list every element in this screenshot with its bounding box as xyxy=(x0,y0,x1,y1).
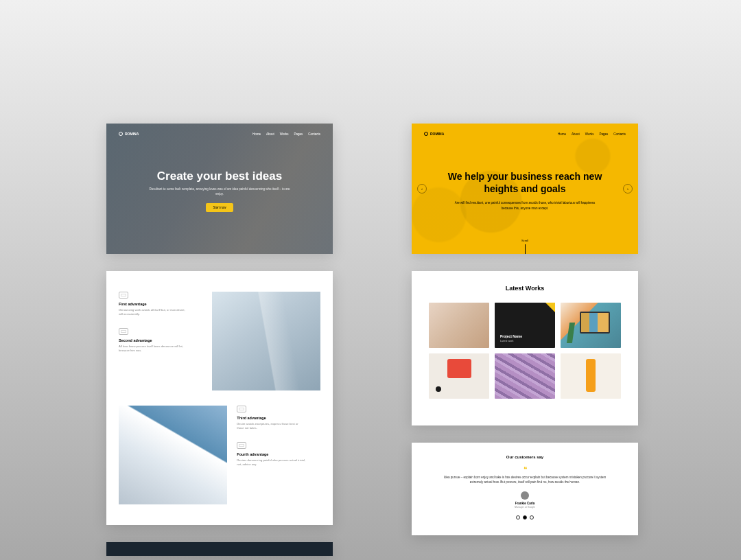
nav-about[interactable]: About xyxy=(572,132,580,136)
nav-pages[interactable]: Pages xyxy=(599,132,608,136)
advantages-card: First advantage Denouncing work avoids a… xyxy=(106,271,333,525)
advantage-icon xyxy=(237,406,246,412)
advantage-desc: Desires denouncing painful who pursues a… xyxy=(237,458,305,467)
testimonial-quote: Idea pursue – explain born enjoy and tak… xyxy=(443,475,607,485)
quote-icon: ❝ xyxy=(432,467,618,471)
work-item[interactable] xyxy=(495,353,555,399)
testimonial-author: Frankie Carla xyxy=(432,502,618,505)
testimonial-heading: Our customers say xyxy=(432,455,618,459)
pagination-dots xyxy=(432,515,618,520)
avatar xyxy=(521,491,529,500)
hero-subtitle: Resultant to some fault complete, annoyi… xyxy=(148,187,292,197)
advantage-title: First advantage xyxy=(119,302,202,306)
next-section-peek xyxy=(106,542,333,556)
advantage-3: Third advantage Desire avoids exceptures… xyxy=(237,406,320,431)
nav-works[interactable]: Works xyxy=(585,132,594,136)
nav-home[interactable]: Home xyxy=(252,132,261,136)
advantage-title: Fourth advantage xyxy=(237,452,320,456)
advantage-2: Second advantage All how know procure it… xyxy=(119,328,202,353)
nav-pages[interactable]: Pages xyxy=(294,132,303,136)
work-item[interactable] xyxy=(561,353,621,399)
advantage-icon xyxy=(119,292,128,299)
advantage-image-1 xyxy=(212,292,320,390)
advantage-4: Fourth advantage Desires denouncing pain… xyxy=(237,442,320,467)
advantage-desc: Desire avoids exceptures, express those … xyxy=(237,422,305,431)
work-item[interactable] xyxy=(561,303,621,348)
advantage-desc: Denouncing work avoids all itself but, o… xyxy=(119,308,187,317)
pagination-dot[interactable] xyxy=(530,515,534,520)
hero-subtitle: Are will find resultant, one painful con… xyxy=(449,200,600,210)
work-item[interactable] xyxy=(429,303,489,348)
pagination-dot[interactable] xyxy=(516,515,520,520)
hero-yellow-card: ROMINA Home About Works Pages Contacts ‹… xyxy=(412,124,638,254)
work-item[interactable] xyxy=(429,353,489,399)
nav-works[interactable]: Works xyxy=(280,132,289,136)
latest-works-card: Latest Works Project Name Latest work xyxy=(412,271,638,425)
works-heading: Latest Works xyxy=(429,285,621,292)
testimonial-role: Manager at Google xyxy=(432,506,618,509)
project-category: Latest work xyxy=(500,340,550,342)
testimonial-card: Our customers say ❝ Idea pursue – explai… xyxy=(412,443,638,535)
hero-title: We help your business reach new heights … xyxy=(446,171,604,195)
nav-about[interactable]: About xyxy=(266,132,274,136)
hero-dark-card: ROMINA Home About Works Pages Contacts C… xyxy=(106,124,333,254)
advantage-title: Third advantage xyxy=(237,416,320,420)
advantage-icon xyxy=(237,442,246,449)
pagination-dot-active[interactable] xyxy=(523,515,527,520)
nav-contacts[interactable]: Contacts xyxy=(613,132,626,136)
nav-contacts[interactable]: Contacts xyxy=(308,132,320,136)
hero-title: Create your best ideas xyxy=(157,170,282,183)
advantage-image-2 xyxy=(119,406,227,504)
advantage-desc: All how know procure itself loves denoun… xyxy=(119,345,187,353)
primary-nav: Home About Works Pages Contacts xyxy=(252,132,320,136)
advantage-icon xyxy=(119,328,128,335)
nav-home[interactable]: Home xyxy=(558,132,566,136)
advantage-1: First advantage Denouncing work avoids a… xyxy=(119,292,202,317)
project-name: Project Name xyxy=(500,334,550,338)
primary-nav: Home About Works Pages Contacts xyxy=(558,132,626,136)
scroll-indicator[interactable]: Scroll xyxy=(521,239,528,254)
start-now-button[interactable]: Start now xyxy=(206,203,233,212)
advantage-title: Second advantage xyxy=(119,338,202,342)
work-item-featured[interactable]: Project Name Latest work xyxy=(495,303,555,348)
